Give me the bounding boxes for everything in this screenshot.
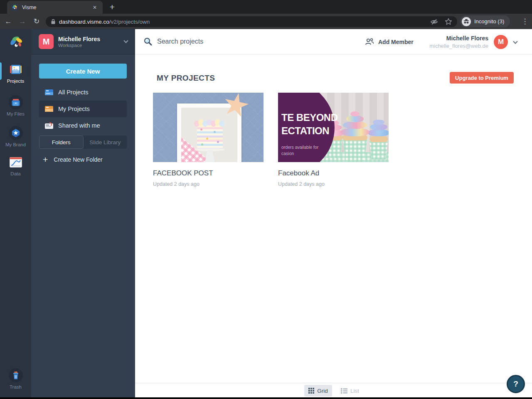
back-icon[interactable]: ←: [2, 17, 14, 26]
grid-view-button[interactable]: Grid: [304, 385, 332, 397]
screen: Visme ✕ + ← → ↻ dashboard.visme.co/v2/pr…: [0, 0, 532, 399]
my-brand-icon: [9, 126, 23, 140]
upgrade-to-premium-button[interactable]: Upgrade to Premium: [450, 72, 514, 84]
url-path: /v2/projects/own: [109, 19, 150, 25]
tab-close-icon[interactable]: ✕: [91, 4, 99, 11]
plus-icon: +: [43, 155, 48, 164]
workspace-avatar: M: [39, 34, 54, 49]
trash-icon: [9, 368, 23, 382]
rail-item-trash[interactable]: Trash: [0, 368, 31, 389]
rail-label-data: Data: [0, 171, 31, 176]
user-info: Michelle Flores michelle_flores@web.de: [429, 29, 488, 54]
create-new-folder-label: Create New Folder: [54, 156, 103, 163]
incognito-badge: Incognito (3): [460, 15, 510, 27]
create-new-folder-button[interactable]: + Create New Folder: [39, 154, 127, 165]
rail-item-my-brand[interactable]: My Brand: [0, 126, 31, 147]
lock-icon: [51, 19, 56, 25]
main-header: Add Member Michelle Flores michelle_flor…: [135, 29, 532, 54]
grid-icon: [308, 388, 314, 394]
my-files-icon: [9, 95, 23, 109]
incognito-label: Incognito (3): [474, 18, 504, 25]
browser-toolbar: ← → ↻ dashboard.visme.co/v2/projects/own: [0, 14, 532, 29]
eye-off-icon[interactable]: [430, 18, 438, 26]
workspace-type: Workspace: [58, 43, 100, 48]
tab-folders[interactable]: Folders: [39, 135, 84, 149]
rail-label-my-brand: My Brand: [0, 142, 31, 147]
rail-label-projects: Projects: [0, 79, 31, 84]
reload-icon[interactable]: ↻: [31, 17, 42, 26]
cake-photo: [181, 108, 237, 162]
overlay-headline-2: ECTATION: [281, 125, 329, 137]
all-projects-icon: [45, 89, 53, 96]
rail-item-projects[interactable]: Projects: [0, 64, 31, 84]
user-email: michelle_flores@web.de: [429, 43, 488, 49]
user-avatar[interactable]: M: [494, 35, 508, 49]
project-card-facebook-ad[interactable]: TE BEYOND ECTATION orders available for …: [278, 93, 389, 187]
project-updated: Updated 2 days ago: [153, 181, 264, 187]
project-thumbnail-facebook-post[interactable]: [153, 93, 264, 162]
visme-app: Projects My Files: [0, 29, 532, 398]
address-bar[interactable]: dashboard.visme.co/v2/projects/own: [46, 16, 457, 27]
rail-item-my-files[interactable]: My Files: [0, 95, 31, 116]
polaroid-frame: [177, 103, 241, 162]
browser-tab-strip: Visme ✕ +: [0, 0, 532, 14]
folders-segmented-control: Folders Slide Library: [39, 135, 127, 149]
view-toggle-bar: Grid List: [135, 383, 532, 398]
project-card-facebook-post[interactable]: FACEBOOK POST Updated 2 days ago: [153, 93, 264, 187]
project-updated: Updated 2 days ago: [278, 181, 389, 187]
browser-tab[interactable]: Visme ✕: [7, 1, 103, 14]
sidebar-label-all-projects: All Projects: [58, 89, 89, 96]
sidebar-label-shared-with-me: Shared with me: [58, 122, 100, 129]
help-button[interactable]: ?: [507, 375, 525, 393]
browser-menu-icon[interactable]: ⋮: [519, 14, 531, 29]
visme-favicon-icon: [11, 4, 18, 11]
overlay-subtext-1: orders available for: [281, 145, 318, 150]
list-label: List: [350, 388, 359, 394]
visme-logo-icon: [8, 34, 25, 51]
projects-icon: [9, 64, 22, 75]
rail-item-data[interactable]: Data: [0, 157, 31, 176]
new-tab-button[interactable]: +: [106, 2, 118, 13]
user-name: Michelle Flores: [446, 35, 488, 42]
add-member-icon: [365, 38, 374, 46]
cake-stand: [205, 150, 215, 162]
tab-slide-library[interactable]: Slide Library: [84, 135, 127, 149]
user-menu-chevron-icon[interactable]: [513, 39, 517, 44]
grid-label: Grid: [317, 388, 328, 394]
rail-label-my-files: My Files: [0, 111, 31, 116]
screen-bottom-edge: [0, 397, 532, 399]
tab-title: Visme: [22, 5, 91, 10]
rail-label-trash: Trash: [0, 384, 31, 389]
sidebar-item-all-projects[interactable]: All Projects: [39, 84, 127, 101]
list-icon: [341, 388, 347, 394]
sidebar: M Michelle Flores Workspace Create New: [31, 29, 135, 398]
chevron-down-icon[interactable]: [123, 38, 128, 43]
project-title: FACEBOOK POST: [153, 169, 264, 177]
overlay-headline-1: TE BEYOND: [281, 112, 338, 123]
list-view-button[interactable]: List: [337, 385, 362, 397]
shared-with-me-icon: [45, 122, 53, 129]
cupcake-center: [340, 111, 370, 162]
projects-grid: FACEBOOK POST Updated 2 days ago: [153, 93, 389, 187]
forward-icon[interactable]: →: [17, 17, 28, 26]
project-thumbnail-facebook-ad[interactable]: TE BEYOND ECTATION orders available for …: [278, 93, 389, 162]
incognito-icon: [462, 17, 471, 26]
url-host: dashboard.visme.co: [59, 19, 109, 25]
page-title: MY PROJECTS: [157, 74, 215, 83]
workspace-info: Michelle Flores Workspace: [58, 36, 100, 48]
sidebar-item-my-projects[interactable]: My Projects: [39, 101, 127, 117]
workspace-switcher[interactable]: M Michelle Flores Workspace: [31, 29, 135, 54]
sidebar-item-shared-with-me[interactable]: Shared with me: [39, 117, 127, 134]
cake-frosting: [195, 119, 224, 128]
add-member-button[interactable]: Add Member: [365, 29, 414, 54]
workspace-name: Michelle Flores: [58, 36, 100, 43]
my-projects-icon: [45, 106, 53, 112]
sidebar-label-my-projects: My Projects: [58, 106, 90, 112]
bookmark-star-icon[interactable]: [445, 18, 452, 25]
search-input[interactable]: [157, 38, 282, 45]
add-member-label: Add Member: [378, 39, 414, 45]
main-panel: Add Member Michelle Flores michelle_flor…: [135, 29, 532, 398]
create-new-button[interactable]: Create New: [39, 64, 127, 79]
search-bar: [143, 37, 282, 46]
search-icon: [143, 37, 153, 46]
